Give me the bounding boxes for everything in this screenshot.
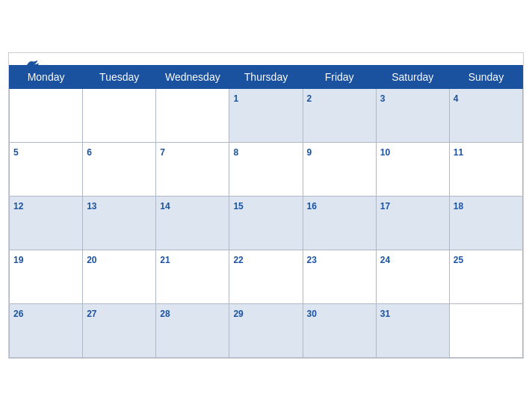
day-number: 12 (13, 201, 23, 211)
logo-bird-icon (25, 59, 40, 71)
calendar-cell: 6 (83, 143, 156, 197)
day-number: 30 (307, 309, 317, 319)
calendar-cell: 20 (83, 250, 156, 304)
calendar-cell: 11 (449, 143, 522, 197)
day-number: 23 (307, 255, 317, 265)
day-number: 14 (160, 201, 170, 211)
calendar-cell: 15 (229, 197, 303, 250)
calendar-cell: 5 (10, 143, 83, 197)
calendar-cell: 18 (449, 197, 522, 250)
calendar-row-4: 19202122232425 (10, 250, 523, 304)
day-number: 21 (160, 255, 170, 265)
calendar-cell: 28 (156, 304, 229, 358)
calendar-cell: 24 (376, 250, 449, 304)
day-number: 6 (87, 147, 92, 158)
calendar-cell: 21 (156, 250, 229, 304)
calendar-table: MondayTuesdayWednesdayThursdayFridaySatu… (9, 65, 523, 358)
calendar-cell: 22 (229, 250, 303, 304)
calendar-cell: 4 (449, 89, 522, 143)
calendar-cell (83, 89, 156, 143)
day-number: 25 (454, 255, 463, 265)
day-number: 8 (233, 147, 238, 158)
logo-blue-text (24, 59, 40, 71)
calendar-cell (156, 89, 229, 143)
calendar-row-5: 262728293031 (10, 304, 523, 358)
day-number: 29 (233, 309, 243, 319)
calendar-cell: 31 (376, 304, 449, 358)
calendar-row-2: 567891011 (10, 143, 523, 197)
day-number: 20 (87, 255, 96, 265)
weekday-monday: Monday (10, 66, 83, 89)
day-number: 4 (454, 93, 459, 104)
day-number: 5 (13, 147, 19, 158)
calendar-cell: 10 (376, 143, 449, 197)
day-number: 2 (307, 93, 312, 104)
logo (24, 59, 40, 71)
day-number: 3 (380, 93, 386, 104)
calendar-cell: 29 (229, 304, 303, 358)
day-number: 24 (380, 255, 390, 265)
weekday-friday: Friday (303, 66, 376, 89)
calendar-cell: 26 (10, 304, 83, 358)
calendar-cell: 2 (303, 89, 376, 143)
calendar-cell: 8 (229, 143, 303, 197)
calendar-cell (449, 304, 522, 358)
calendar-cell: 12 (10, 197, 83, 250)
day-number: 27 (87, 309, 96, 319)
calendar-cell: 9 (303, 143, 376, 197)
day-number: 22 (233, 255, 243, 265)
calendar-cell (10, 89, 83, 143)
calendar-header (9, 53, 523, 65)
weekday-tuesday: Tuesday (83, 66, 156, 89)
day-number: 9 (307, 147, 312, 158)
day-number: 18 (454, 201, 463, 211)
calendar-cell: 23 (303, 250, 376, 304)
calendar-cell: 7 (156, 143, 229, 197)
weekday-wednesday: Wednesday (156, 66, 229, 89)
calendar-cell: 30 (303, 304, 376, 358)
day-number: 1 (233, 93, 238, 104)
day-number: 26 (13, 309, 23, 319)
day-number: 7 (160, 147, 165, 158)
day-number: 10 (380, 147, 390, 158)
day-number: 19 (13, 255, 23, 265)
calendar-cell: 1 (229, 89, 303, 143)
weekday-saturday: Saturday (376, 66, 449, 89)
weekday-sunday: Sunday (449, 66, 522, 89)
day-number: 13 (87, 201, 96, 211)
day-number: 16 (307, 201, 317, 211)
calendar-cell: 13 (83, 197, 156, 250)
day-number: 31 (380, 309, 390, 319)
weekday-thursday: Thursday (229, 66, 303, 89)
day-number: 11 (454, 147, 463, 158)
calendar: MondayTuesdayWednesdayThursdayFridaySatu… (8, 52, 524, 359)
calendar-row-3: 12131415161718 (10, 197, 523, 250)
day-number: 17 (380, 201, 390, 211)
day-number: 28 (160, 309, 170, 319)
calendar-cell: 3 (376, 89, 449, 143)
calendar-cell: 27 (83, 304, 156, 358)
calendar-cell: 17 (376, 197, 449, 250)
calendar-cell: 16 (303, 197, 376, 250)
weekday-header-row: MondayTuesdayWednesdayThursdayFridaySatu… (10, 66, 523, 89)
calendar-cell: 25 (449, 250, 522, 304)
day-number: 15 (233, 201, 243, 211)
calendar-cell: 14 (156, 197, 229, 250)
calendar-cell: 19 (10, 250, 83, 304)
calendar-row-1: 1234 (10, 89, 523, 143)
